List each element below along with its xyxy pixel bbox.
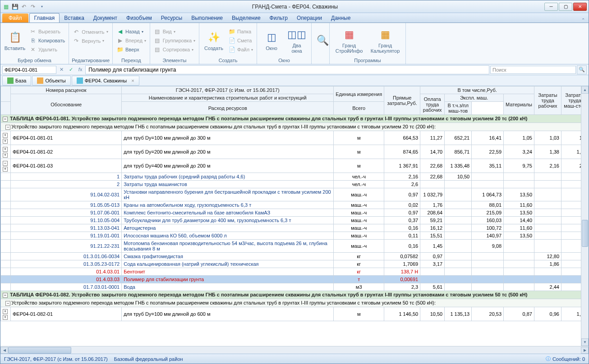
vertical-scrollbar[interactable]: ▲ ▼ <box>581 86 589 346</box>
expand-icon[interactable]: + <box>3 309 8 314</box>
copy-button[interactable]: ⎘Копировать <box>28 36 66 45</box>
table-row[interactable]: − ТАБЛИЦА ФЕР04-01-082. Устройство закры… <box>1 291 589 299</box>
back-button[interactable]: ◀Назад▾ <box>115 27 147 36</box>
expand-icon[interactable]: − <box>3 161 8 166</box>
calc-button[interactable]: ▦Гранд Калькулятор <box>368 27 403 55</box>
scroll-thumb-h[interactable] <box>8 347 71 354</box>
table-row[interactable]: ++ФЕР04-01-081-01для труб Dy=100 мм длин… <box>1 131 589 145</box>
tab-doc[interactable]: Документ <box>89 14 122 23</box>
col-includes[interactable]: В том числе,Руб. <box>420 86 534 94</box>
table-row[interactable]: −Устройство закрытого подземного переход… <box>1 299 589 307</box>
table-row[interactable]: 91.13.03-041Автоцистернамаш.-ч0,1616,121… <box>1 224 589 232</box>
tab-document[interactable]: ФЕР04. Скважины× <box>72 76 139 86</box>
table-row[interactable]: −+ФЕР04-01-081-03для труб Dy=400 мм длин… <box>1 159 589 173</box>
cell-reference[interactable]: ФЕР04-01-081 <box>2 66 56 74</box>
view-button[interactable]: ▤Вид▾ <box>153 27 196 36</box>
table-row[interactable]: ++ФЕР04-01-082-01для труб Dy=100 мм длин… <box>1 307 589 321</box>
col-direct[interactable]: Прямые затраты,Руб. <box>384 86 420 115</box>
cut-button[interactable]: ✂Вырезать <box>28 27 66 36</box>
table-row[interactable]: 01.3.05.23-0172Сода кальцинированная (на… <box>1 260 589 268</box>
col-name[interactable]: Наименование и характеристика строительн… <box>122 94 334 102</box>
search-input[interactable]: Поиск <box>490 66 576 74</box>
qat-undo-icon[interactable]: ↶ <box>20 3 28 10</box>
table-row[interactable]: 91.10.05-004Трубоукладчики для труб диам… <box>1 217 589 224</box>
forward-button[interactable]: ▶Вперед▾ <box>115 36 147 45</box>
col-unit[interactable]: Единица измерения <box>334 86 384 102</box>
formula-input[interactable]: Полимер для стабилизации грунта <box>85 65 489 74</box>
qat-save-icon[interactable]: 💾 <box>11 3 18 10</box>
tab-exec[interactable]: Выполнение <box>187 14 227 23</box>
expand-icon[interactable]: + <box>3 167 8 172</box>
table-row[interactable]: 01.4.03.03Полимер для стабилизации грунт… <box>1 276 589 283</box>
scroll-thumb-v[interactable] <box>582 220 588 247</box>
table-row[interactable]: 01.4.03.01Бентониткг138,7 Н <box>1 268 589 276</box>
scroll-right-icon[interactable]: ▶ <box>581 347 589 354</box>
table-row[interactable]: ++ФЕР04-01-081-02для труб Dy=200 мм длин… <box>1 145 589 159</box>
tab-ops[interactable]: Операции <box>292 14 327 23</box>
col-total[interactable]: Всего <box>334 102 384 115</box>
close-button[interactable]: ✕ <box>573 3 587 11</box>
expand-icon[interactable]: + <box>3 133 8 138</box>
table-row[interactable]: 91.05.05-013Краны на автомобильном ходу,… <box>1 201 589 209</box>
col-subtitle[interactable]: ГЭСН-2017, ФЕР-2017 (с Изм. от 15.06.201… <box>122 86 334 94</box>
sort-button[interactable]: ▤Сортировка▾ <box>153 46 196 54</box>
paste-button[interactable]: 📋Вставить <box>3 29 27 52</box>
tab-res[interactable]: Ресурсы <box>156 14 187 23</box>
col-pay[interactable]: Оплата труда рабочих <box>420 94 445 115</box>
tab-objects[interactable]: Объекты <box>32 76 70 86</box>
fx-icon[interactable]: fx <box>76 67 84 72</box>
col-consumption[interactable]: Расход ресурсов <box>122 102 334 115</box>
tab-filt[interactable]: Фильтр <box>265 14 292 23</box>
fx-cancel-icon[interactable]: ✕ <box>57 67 65 73</box>
expand-icon[interactable]: + <box>3 147 8 152</box>
scroll-down-icon[interactable]: ▼ <box>581 338 589 346</box>
col-labor-work[interactable]: Затраты труда рабочих <box>534 86 561 115</box>
tab-insert[interactable]: Вставка <box>60 14 89 23</box>
close-tab-icon[interactable]: × <box>131 78 134 83</box>
table-row[interactable]: 91.04.02-031Установки направленного буре… <box>1 188 589 201</box>
col-basis[interactable]: Обоснование <box>11 94 122 115</box>
col-numbers[interactable]: Номера расценок <box>11 86 122 94</box>
info-icon[interactable]: ⓘ <box>546 355 551 362</box>
table-row[interactable]: 91.21.22-231Мотопомпа бензиновая произво… <box>1 240 589 253</box>
table-row[interactable]: 91.19.01-001Илососная машина КО 560, объ… <box>1 232 589 240</box>
search-big-button[interactable]: 🔍 <box>314 32 331 49</box>
expand-icon[interactable]: + <box>3 153 8 158</box>
expand-icon[interactable]: + <box>3 139 8 144</box>
table-row[interactable]: 2Затраты труда машинистовчел.-ч2,6 <box>1 181 589 188</box>
data-grid[interactable]: Номера расценок ГЭСН-2017, ФЕР-2017 (с И… <box>0 86 589 321</box>
search-button[interactable]: 🔍 <box>577 65 587 74</box>
up-button[interactable]: 📁Вверх <box>115 46 147 54</box>
window-one-button[interactable]: ◫Окно <box>260 29 283 52</box>
grid-area[interactable]: Номера расценок ГЭСН-2017, ФЕР-2017 (с И… <box>0 86 589 346</box>
minimize-button[interactable]: ─ <box>544 3 558 11</box>
status-messages[interactable]: Сообщений: 0 <box>552 356 585 362</box>
create-button[interactable]: ✨Создать <box>202 29 225 52</box>
table-row[interactable]: 01.3.01.06-0034Смазка графитомедистаякг0… <box>1 253 589 260</box>
scroll-up-icon[interactable]: ▲ <box>581 86 589 94</box>
table-row[interactable]: 91.07.06-001Комплекс бентонито-смеситель… <box>1 209 589 217</box>
table-row[interactable]: −Устройство закрытого подземного переход… <box>1 123 589 131</box>
app-icon[interactable]: ▦ <box>2 3 9 10</box>
tab-phys[interactable]: Физобъем <box>122 14 156 23</box>
col-incl[interactable]: В т.ч.з/пл маш-тов <box>445 102 472 115</box>
fx-accept-icon[interactable]: ✓ <box>67 67 75 73</box>
file-button[interactable]: 📄Файл▾ <box>227 46 254 54</box>
tab-base[interactable]: База <box>2 76 31 86</box>
tab-sel[interactable]: Выделение <box>227 14 265 23</box>
col-mach[interactable]: Экспл. маш. <box>445 94 504 102</box>
table-row[interactable]: 1Затраты труда рабочих (средний разряд р… <box>1 173 589 181</box>
window-two-button[interactable]: ◫◫Два окна <box>285 27 308 55</box>
ribbon-collapse-icon[interactable]: ⌃ <box>581 18 585 23</box>
collapse-icon[interactable]: − <box>5 301 10 306</box>
collapse-icon[interactable]: − <box>3 117 8 122</box>
table-row[interactable]: 01.7.03.01-0001Водам32,35,612,44 <box>1 283 589 291</box>
maximize-button[interactable]: ▢ <box>559 3 572 11</box>
scroll-left-icon[interactable]: ◀ <box>0 347 8 354</box>
horizontal-scrollbar[interactable]: ◀ ▶ <box>0 346 589 354</box>
col-mat[interactable]: Материалы <box>504 94 534 115</box>
delete-button[interactable]: ✕Удалить <box>28 46 66 54</box>
collapse-icon[interactable]: − <box>5 125 10 130</box>
smeta-button[interactable]: 📄Смета <box>227 36 254 45</box>
qat-redo-icon[interactable]: ↷ <box>29 3 37 10</box>
